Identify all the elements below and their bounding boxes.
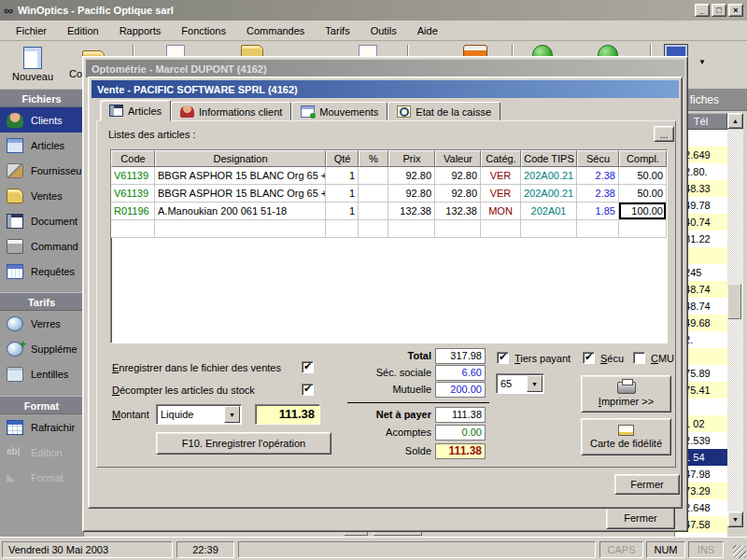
cell-tips[interactable]: 202A00.21 (521, 185, 577, 203)
cell-valeur[interactable]: 92.80 (435, 185, 481, 203)
sidebar-item[interactable]: Requêtes (0, 259, 83, 284)
tab-item[interactable]: Articles (100, 100, 171, 121)
cell-valeur[interactable]: 132.38 (435, 203, 481, 220)
app-glasses-icon: ∞ (4, 2, 13, 19)
cell-tips[interactable]: 202A01 (521, 203, 577, 220)
cell-tips[interactable]: 202A00.21 (521, 167, 577, 185)
minimize-button[interactable]: _ (695, 4, 710, 17)
tab-item[interactable]: Mouvements (291, 102, 388, 121)
window-title: WinOptics - Pacific Optique sarl (18, 5, 174, 16)
imprimer-button[interactable]: Imprimer >> (581, 375, 671, 413)
articles-table[interactable]: CodeDesignationQté%PrixValeurCatég.Code … (110, 149, 668, 343)
cell-categ[interactable]: MON (481, 203, 521, 220)
tab-item[interactable]: Informations client (171, 102, 291, 121)
sidebar-item[interactable]: Fournisseu (0, 158, 83, 183)
table-header-cell[interactable]: Catég. (481, 150, 521, 167)
carte-fidelite-button[interactable]: Carte de fidélité (581, 418, 671, 455)
table-row[interactable]: V61139 BBGR ASPHOR 15 BLANC Org 65 + 1 9… (111, 167, 667, 185)
table-row[interactable]: V61139 BBGR ASPHOR 15 BLANC Org 65 + 1 9… (111, 185, 667, 203)
table-header-cell[interactable]: Designation (155, 150, 326, 167)
sidebar-item[interactable]: Suppléme (0, 336, 83, 361)
menu-item[interactable]: Fonctions (171, 21, 236, 40)
sidebar-item[interactable]: Clients (0, 107, 83, 133)
payment-mode-select[interactable]: Liquide ▼ (156, 404, 242, 425)
combo-arrow-icon[interactable]: ▼ (224, 406, 240, 423)
combo-arrow-icon[interactable]: ▼ (527, 375, 543, 392)
secu-checkbox[interactable] (583, 352, 595, 364)
cell-qte[interactable]: 1 (326, 185, 359, 203)
table-header-cell[interactable]: Code TIPS (521, 150, 577, 167)
sidebar-item[interactable]: Format (0, 465, 83, 490)
toolbar-dropdown-arrow[interactable]: ▼ (698, 58, 706, 66)
table-header-cell[interactable]: Qté (326, 150, 359, 167)
table-header-cell[interactable]: Sécu (577, 150, 619, 167)
cmu-checkbox[interactable] (633, 352, 645, 364)
vscrollbar-thumb[interactable] (727, 284, 741, 319)
cell-prix[interactable]: 92.80 (388, 185, 435, 203)
menu-item[interactable]: Edition (57, 21, 109, 40)
cell-code[interactable]: V61139 (111, 185, 155, 203)
optometrie-dialog-titlebar[interactable]: Optométrie - Marcel DUPONT (4162) (86, 60, 684, 77)
cell-designation[interactable]: BBGR ASPHOR 15 BLANC Org 65 + (155, 185, 326, 203)
f10-button[interactable]: F10. Enregistrer l'opération (156, 432, 331, 455)
cell-secu[interactable]: 1.85 (577, 203, 619, 220)
cell-pct[interactable] (359, 203, 388, 220)
resize-grip[interactable] (733, 545, 746, 558)
cell-compl[interactable]: 100.00 (619, 203, 667, 220)
cell-code[interactable]: V61139 (111, 167, 155, 185)
cell-categ[interactable]: VER (481, 185, 521, 203)
nouveau-button[interactable]: Nouveau (6, 43, 60, 86)
sidebar-item[interactable]: Command (0, 233, 83, 259)
cell-qte[interactable]: 1 (326, 167, 359, 185)
rate-select[interactable]: 65 ▼ (496, 373, 544, 394)
table-row[interactable]: R01196 A.Manoukian 200 061 51-18 1 132.3… (111, 203, 667, 220)
cell-secu[interactable]: 2.38 (577, 167, 619, 185)
cell-valeur[interactable]: 92.80 (435, 167, 481, 185)
save-sales-checkbox[interactable] (302, 361, 314, 373)
cell-pct[interactable] (359, 167, 388, 185)
sidebar-item[interactable]: Rafraichir (0, 414, 83, 440)
table-header-cell[interactable]: Code (111, 150, 155, 167)
cell-categ[interactable]: VER (481, 167, 521, 185)
cell-code[interactable]: R01196 (111, 203, 155, 220)
cell-compl[interactable]: 50.00 (619, 185, 667, 203)
sidebar-item[interactable]: Verres (0, 311, 83, 336)
menu-item[interactable]: Aide (407, 21, 448, 40)
tiers-payant-checkbox[interactable] (497, 352, 509, 364)
menu-item[interactable]: Outils (360, 21, 407, 40)
cell-prix[interactable]: 132.38 (388, 203, 435, 220)
vente-dialog-titlebar[interactable]: Vente - PACIFIC SOFTWARE SPRL (4162) (92, 80, 679, 98)
menu-item[interactable]: Rapports (109, 21, 172, 40)
scroll-up-button[interactable]: ▲ (727, 113, 743, 129)
cell-prix[interactable]: 92.80 (388, 167, 435, 185)
menu-item[interactable]: Fichier (6, 21, 57, 40)
more-button[interactable]: ... (654, 126, 674, 142)
sidebar-item[interactable]: Ventes (0, 183, 83, 208)
table-header-cell[interactable]: Valeur (435, 150, 481, 167)
montant-field[interactable]: 111.38 (255, 404, 320, 425)
table-header-cell[interactable]: Compl. (619, 150, 667, 167)
tab-item[interactable]: Etat de la caisse (388, 102, 500, 121)
scroll-down-button[interactable]: ▼ (727, 511, 743, 527)
menu-item[interactable]: Tarifs (315, 21, 359, 40)
cell-compl[interactable]: 50.00 (619, 167, 667, 185)
sidebar-item[interactable]: Document (0, 208, 83, 233)
fermer-button[interactable]: Fermer (614, 474, 680, 495)
vscrollbar-track[interactable] (727, 130, 743, 511)
sidebar-item[interactable]: Edition (0, 440, 83, 465)
cell-designation[interactable]: A.Manoukian 200 061 51-18 (155, 203, 326, 220)
window-titlebar[interactable]: ∞ WinOptics - Pacific Optique sarl _ □ × (0, 0, 747, 21)
outer-fermer-button[interactable]: Fermer (606, 507, 675, 529)
table-header-cell[interactable]: Prix (388, 150, 435, 167)
menu-item[interactable]: Commandes (236, 21, 315, 40)
maximize-button[interactable]: □ (712, 4, 726, 17)
sidebar-item[interactable]: Lentilles (0, 361, 83, 386)
cell-qte[interactable]: 1 (326, 203, 359, 220)
cell-designation[interactable]: BBGR ASPHOR 15 BLANC Org 65 + (155, 167, 326, 185)
table-header-cell[interactable]: % (359, 150, 388, 167)
sidebar-item[interactable]: Articles (0, 133, 83, 158)
stock-checkbox[interactable] (302, 384, 314, 396)
close-button[interactable]: × (728, 4, 743, 17)
cell-pct[interactable] (359, 185, 388, 203)
cell-secu[interactable]: 2.38 (577, 185, 619, 203)
